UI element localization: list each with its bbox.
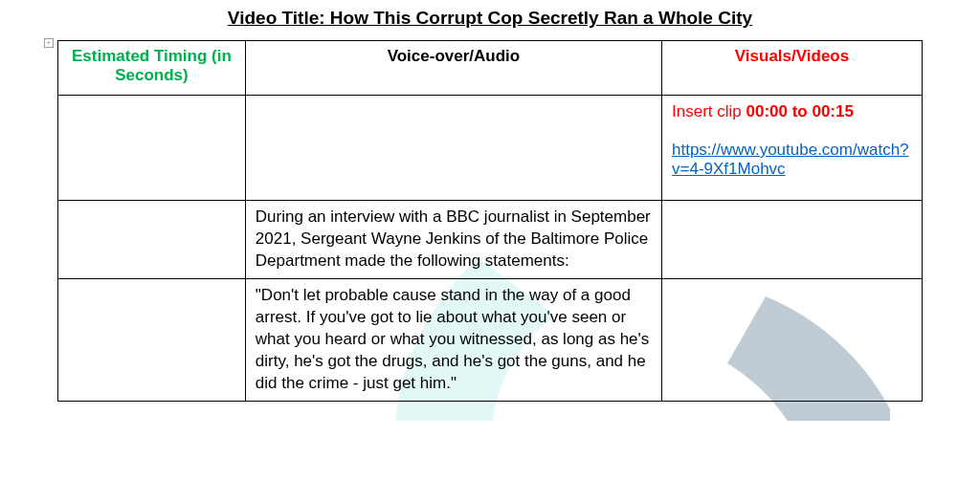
table-row: "Don't let probable cause stand in the w…: [58, 278, 923, 401]
cell-timing[interactable]: [58, 278, 246, 401]
cell-visuals[interactable]: [662, 201, 923, 279]
youtube-link[interactable]: https://www.youtube.com/watch?v=4-9Xf1Mo…: [672, 141, 912, 179]
header-timing: Estimated Timing (in Seconds): [58, 41, 246, 96]
table-row: During an interview with a BBC journalis…: [58, 201, 923, 279]
table-move-handle[interactable]: +: [44, 38, 54, 48]
cell-audio[interactable]: [245, 96, 661, 201]
cell-audio[interactable]: During an interview with a BBC journalis…: [245, 201, 661, 279]
cell-visuals[interactable]: Insert clip 00:00 to 00:15 https://www.y…: [662, 96, 923, 201]
cell-audio[interactable]: "Don't let probable cause stand in the w…: [245, 278, 661, 401]
document-title: Video Title: How This Corrupt Cop Secret…: [57, 8, 923, 29]
table-row: Insert clip 00:00 to 00:15 https://www.y…: [58, 96, 923, 201]
cell-timing[interactable]: [58, 201, 246, 279]
cell-timing[interactable]: [58, 96, 246, 201]
header-audio: Voice-over/Audio: [245, 41, 661, 96]
header-visuals: Visuals/Videos: [662, 41, 923, 96]
visuals-instruction: Insert clip 00:00 to 00:15: [672, 101, 912, 123]
table-header-row: Estimated Timing (in Seconds) Voice-over…: [58, 41, 923, 96]
cell-visuals[interactable]: [662, 278, 923, 401]
script-table: Estimated Timing (in Seconds) Voice-over…: [57, 40, 923, 402]
